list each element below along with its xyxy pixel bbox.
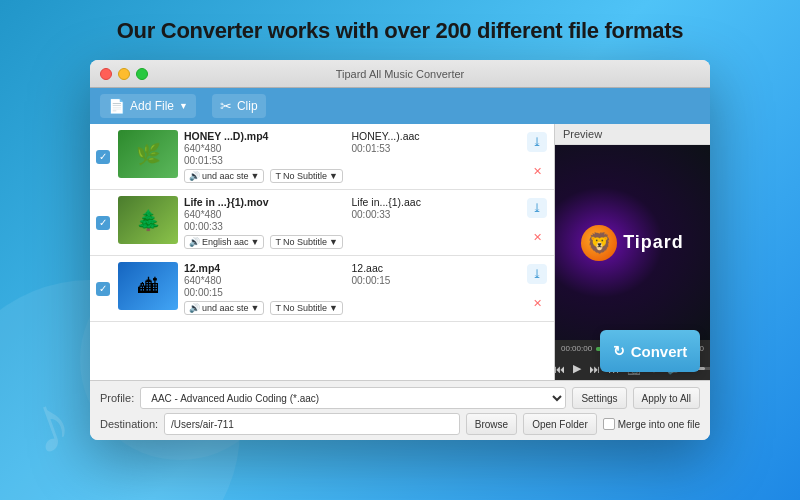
preview-video: 🦁 Tipard (555, 145, 710, 340)
audio-icon-3: 🔊 (189, 303, 200, 313)
play-button[interactable]: ▶ (571, 361, 583, 376)
merge-checkbox[interactable] (603, 418, 615, 430)
file-name-2: Life in ...}{1).mov (184, 196, 351, 208)
file-res-3: 640*480 (184, 275, 351, 286)
file-duration-1: 00:01:53 (184, 155, 351, 166)
subtitle-arrow-1: ▼ (329, 171, 338, 181)
minimize-button[interactable] (118, 68, 130, 80)
subtitle-arrow-2: ▼ (329, 237, 338, 247)
add-file-icon: 📄 (108, 98, 125, 114)
file-actions-2: ⤓ ✕ (524, 196, 550, 249)
clip-button[interactable]: ✂ Clip (212, 94, 266, 118)
audio-arrow-2: ▼ (251, 237, 260, 247)
add-file-arrow-icon: ▼ (179, 101, 188, 111)
file-thumbnail-2: 🌲 (118, 196, 178, 244)
preview-logo: 🦁 Tipard (581, 225, 684, 261)
time-start: 00:00:00 (561, 344, 592, 353)
audio-arrow-1: ▼ (251, 171, 260, 181)
destination-input[interactable] (164, 413, 460, 435)
close-button[interactable] (100, 68, 112, 80)
file-info-1: HONEY ...D).mp4 HONEY...).aac 640*480 00… (184, 130, 518, 183)
audio-value-1: und aac ste (202, 171, 249, 181)
file-thumbnail-3: 🏙 (118, 262, 178, 310)
file-duration-output-1: 00:01:53 (352, 143, 519, 154)
audio-select-2[interactable]: 🔊 English aac ▼ (184, 235, 264, 249)
settings-button[interactable]: Settings (572, 387, 626, 409)
headline: Our Converter works with over 200 differ… (0, 18, 800, 44)
play-previous-button[interactable]: ⏮ (552, 362, 567, 376)
profile-label: Profile: (100, 392, 134, 404)
convert-button[interactable]: ↻ Convert (600, 330, 700, 372)
convert-label: Convert (631, 343, 688, 360)
audio-icon-2: 🔊 (189, 237, 200, 247)
convert-file-button-3[interactable]: ⤓ (527, 264, 547, 284)
file-info-2: Life in ...}{1).mov Life in...{1).aac 64… (184, 196, 518, 249)
file-checkbox-2[interactable]: ✓ (94, 196, 112, 249)
subtitle-select-1[interactable]: T No Subtitle ▼ (270, 169, 342, 183)
file-duration-2: 00:00:33 (184, 221, 351, 232)
file-output-1: HONEY...).aac (352, 130, 519, 142)
profile-select[interactable]: AAC - Advanced Audio Coding (*.aac) (140, 387, 566, 409)
merge-label[interactable]: Merge into one file (603, 418, 700, 430)
bottom-bar: Profile: AAC - Advanced Audio Coding (*.… (90, 380, 710, 440)
remove-file-button-2[interactable]: ✕ (527, 227, 547, 247)
open-folder-button[interactable]: Open Folder (523, 413, 597, 435)
file-name-3: 12.mp4 (184, 262, 351, 274)
tipard-brand-text: Tipard (623, 232, 684, 253)
subtitle-icon-1: T (275, 171, 281, 181)
subtitle-value-3: No Subtitle (283, 303, 327, 313)
file-output-3: 12.aac (352, 262, 519, 274)
file-output-2: Life in...{1).aac (352, 196, 519, 208)
thumbnail-image-2: 🌲 (118, 196, 178, 244)
file-list[interactable]: ✓ 🌿 HONEY ...D).mp4 HONEY...).aac 640*48… (90, 124, 555, 380)
audio-select-3[interactable]: 🔊 und aac ste ▼ (184, 301, 264, 315)
app-window: Tipard All Music Converter 📄 Add File ▼ … (90, 60, 710, 440)
destination-row: Destination: Browse Open Folder Merge in… (100, 413, 700, 435)
file-info-3: 12.mp4 12.aac 640*480 00:00:15 00:00:15 … (184, 262, 518, 315)
convert-file-button-1[interactable]: ⤓ (527, 132, 547, 152)
subtitle-select-3[interactable]: T No Subtitle ▼ (270, 301, 342, 315)
file-duration-output-3: 00:00:15 (352, 275, 519, 286)
file-item: ✓ 🌿 HONEY ...D).mp4 HONEY...).aac 640*48… (90, 124, 554, 190)
subtitle-value-1: No Subtitle (283, 171, 327, 181)
file-actions-3: ⤓ ✕ (524, 262, 550, 315)
convert-file-button-2[interactable]: ⤓ (527, 198, 547, 218)
apply-all-button[interactable]: Apply to All (633, 387, 700, 409)
checkbox-icon-2: ✓ (96, 216, 110, 230)
file-controls-2: 🔊 English aac ▼ T No Subtitle ▼ (184, 235, 518, 249)
file-duration-3: 00:00:15 (184, 287, 351, 298)
remove-file-button-1[interactable]: ✕ (527, 161, 547, 181)
audio-value-3: und aac ste (202, 303, 249, 313)
merge-text: Merge into one file (618, 419, 700, 430)
file-checkbox-1[interactable]: ✓ (94, 130, 112, 183)
window-title: Tipard All Music Converter (336, 68, 465, 80)
thumbnail-image-3: 🏙 (118, 262, 178, 310)
destination-label: Destination: (100, 418, 158, 430)
file-item-3: ✓ 🏙 12.mp4 12.aac 640*480 00:00:15 00:00… (90, 256, 554, 322)
checkbox-icon: ✓ (96, 150, 110, 164)
checkbox-icon-3: ✓ (96, 282, 110, 296)
maximize-button[interactable] (136, 68, 148, 80)
file-thumbnail-1: 🌿 (118, 130, 178, 178)
audio-value-2: English aac (202, 237, 249, 247)
thumbnail-image-1: 🌿 (118, 130, 178, 178)
browse-button[interactable]: Browse (466, 413, 517, 435)
remove-file-button-3[interactable]: ✕ (527, 293, 547, 313)
audio-select-1[interactable]: 🔊 und aac ste ▼ (184, 169, 264, 183)
audio-icon-1: 🔊 (189, 171, 200, 181)
add-file-label: Add File (130, 99, 174, 113)
clip-label: Clip (237, 99, 258, 113)
file-item-2: ✓ 🌲 Life in ...}{1).mov Life in...{1).aa… (90, 190, 554, 256)
convert-button-wrapper: ↻ Convert (600, 330, 700, 372)
file-res-1: 640*480 (184, 143, 351, 154)
subtitle-select-2[interactable]: T No Subtitle ▼ (270, 235, 342, 249)
tipard-lion-icon: 🦁 (581, 225, 617, 261)
add-file-button[interactable]: 📄 Add File ▼ (100, 94, 196, 118)
file-controls-1: 🔊 und aac ste ▼ T No Subtitle ▼ (184, 169, 518, 183)
preview-label: Preview (555, 124, 710, 145)
file-name-1: HONEY ...D).mp4 (184, 130, 351, 142)
toolbar: 📄 Add File ▼ ✂ Clip (90, 88, 710, 124)
profile-row: Profile: AAC - Advanced Audio Coding (*.… (100, 387, 700, 409)
subtitle-value-2: No Subtitle (283, 237, 327, 247)
file-checkbox-3[interactable]: ✓ (94, 262, 112, 315)
